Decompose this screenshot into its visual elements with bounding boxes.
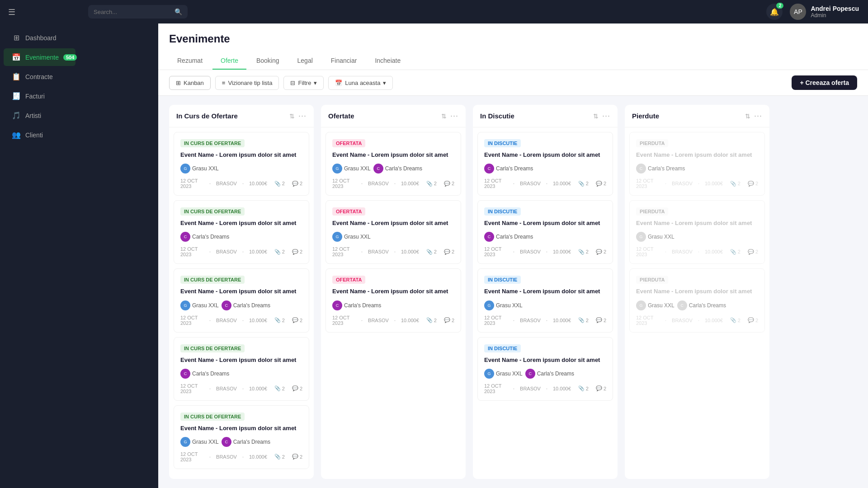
table-row[interactable]: IN CURS DE OFERTARE Event Name - Lorem i…: [174, 200, 309, 264]
sidebar-item-label: Artisti: [25, 112, 41, 119]
sidebar-item-dashboard[interactable]: ⊞ Dashboard: [4, 29, 75, 47]
sidebar-item-evenimente[interactable]: 📅 Evenimente 504: [4, 48, 75, 66]
artist-name: Grasu XXL: [648, 234, 675, 240]
tab-legal[interactable]: Legal: [289, 52, 321, 70]
table-row[interactable]: IN CURS DE OFERTARE Event Name - Lorem i…: [174, 337, 309, 401]
tab-booking[interactable]: Booking: [248, 52, 288, 70]
attachments-count: 📎 2: [730, 249, 741, 255]
tab-financiar[interactable]: Financiar: [323, 52, 365, 70]
sort-icon[interactable]: ⇅: [593, 113, 599, 120]
sort-icon[interactable]: ⇅: [745, 113, 750, 120]
table-row[interactable]: PIERDUTA Event Name - Lorem ipsum dolor …: [629, 268, 765, 332]
table-row[interactable]: OFERTATA Event Name - Lorem ipsum dolor …: [326, 268, 461, 332]
kanban-button[interactable]: ⊞ Kanban: [169, 76, 211, 90]
sidebar-item-artisti[interactable]: 🎵 Artisti: [4, 107, 75, 124]
create-offer-button[interactable]: + Creeaza oferta: [792, 75, 857, 90]
month-button[interactable]: 📅 Luna aceasta ▾: [328, 76, 393, 90]
tab-incheiate[interactable]: Incheiate: [367, 52, 409, 70]
footer-sep: ·: [209, 454, 211, 460]
table-row[interactable]: IN DISCUTIE Event Name - Lorem ipsum dol…: [477, 132, 613, 196]
footer-sep: ·: [209, 318, 211, 323]
card-price: 10.000€: [249, 454, 267, 460]
sort-icon[interactable]: ⇅: [441, 113, 447, 120]
card-artists: C Carla's Dreams: [332, 300, 454, 310]
more-icon[interactable]: ···: [602, 111, 610, 121]
user-info[interactable]: AP Andrei Popescu Admin: [790, 4, 859, 20]
attachments-count: 📎 2: [426, 181, 437, 187]
topbar: 🔍 🔔 2 AP Andrei Popescu Admin: [79, 0, 868, 23]
artist-name: Carla's Dreams: [233, 439, 270, 445]
sort-icon[interactable]: ⇅: [289, 113, 295, 120]
tab-rezumat[interactable]: Rezumat: [169, 52, 211, 70]
paperclip-icon: 📎: [274, 454, 281, 460]
card-footer: 12 OCT 2023 · BRASOV · 10.000€ 📎 2 💬 2: [636, 246, 758, 257]
table-row[interactable]: IN CURS DE OFERTARE Event Name - Lorem i…: [174, 268, 309, 332]
card-date: 12 OCT 2023: [636, 315, 660, 326]
card-location: BRASOV: [216, 181, 237, 186]
sidebar-item-clienti[interactable]: 👥 Clienti: [4, 126, 75, 144]
table-row[interactable]: IN DISCUTIE Event Name - Lorem ipsum dol…: [477, 268, 613, 332]
card-date: 12 OCT 2023: [484, 383, 508, 394]
comments-count: 💬 2: [444, 317, 454, 323]
status-badge: PIERDUTA: [636, 139, 668, 147]
artist-name: Carla's Dreams: [344, 302, 381, 309]
artist-name: Grasu XXL: [344, 165, 371, 172]
table-row[interactable]: PIERDUTA Event Name - Lorem ipsum dolor …: [629, 200, 765, 264]
clienti-icon: 👥: [12, 131, 21, 139]
search-input[interactable]: [94, 9, 171, 15]
attachments-count: 📎 2: [578, 385, 589, 391]
footer-sep: ·: [698, 249, 699, 254]
card-date: 12 OCT 2023: [332, 315, 356, 326]
more-icon[interactable]: ···: [450, 111, 458, 121]
sidebar-header: ☰: [0, 0, 79, 24]
card-date: 12 OCT 2023: [636, 246, 660, 257]
column-ofertate: Ofertate ⇅ ··· OFERTATA Event Name - Lor…: [321, 105, 466, 479]
hamburger-icon[interactable]: ☰: [8, 7, 15, 17]
chevron-down-icon: ▾: [314, 80, 317, 86]
table-row[interactable]: IN CURS DE OFERTARE Event Name - Lorem i…: [174, 405, 309, 469]
table-row[interactable]: OFERTATA Event Name - Lorem ipsum dolor …: [326, 132, 461, 196]
attachments-count: 📎 2: [578, 249, 589, 255]
card-title: Event Name - Lorem ipsum dolor sit amet: [484, 287, 606, 296]
card-location: BRASOV: [672, 249, 693, 254]
paperclip-icon: 📎: [730, 317, 736, 323]
card-title: Event Name - Lorem ipsum dolor sit amet: [332, 219, 454, 227]
status-badge: PIERDUTA: [636, 276, 668, 284]
tab-oferte[interactable]: Oferte: [212, 52, 246, 70]
table-row[interactable]: IN CURS DE OFERTARE Event Name - Lorem i…: [174, 132, 309, 196]
table-row[interactable]: IN DISCUTIE Event Name - Lorem ipsum dol…: [477, 337, 613, 401]
card-title: Event Name - Lorem ipsum dolor sit amet: [180, 356, 302, 364]
sidebar-item-facturi[interactable]: 🧾 Facturi: [4, 87, 75, 105]
card-footer: 12 OCT 2023 · BRASOV · 10.000€ 📎 2 💬 2: [332, 178, 454, 189]
comments-count: 💬 2: [292, 181, 302, 187]
search-box[interactable]: 🔍: [88, 5, 188, 19]
card-title: Event Name - Lorem ipsum dolor sit amet: [332, 287, 454, 296]
toolbar: ⊞ Kanban ≡ Vizionare tip lista ⊟ Filtre …: [158, 70, 868, 96]
card-price: 10.000€: [705, 318, 723, 323]
status-badge: OFERTATA: [332, 207, 365, 216]
more-icon[interactable]: ···: [754, 111, 762, 121]
comment-icon: 💬: [748, 249, 754, 255]
filter-label: Filtre: [298, 80, 311, 86]
table-row[interactable]: IN DISCUTIE Event Name - Lorem ipsum dol…: [477, 200, 613, 264]
footer-sep: ·: [546, 249, 547, 254]
comments-count: 💬 2: [748, 249, 758, 255]
table-row[interactable]: PIERDUTA Event Name - Lorem ipsum dolor …: [629, 132, 765, 196]
status-badge: IN DISCUTIE: [484, 344, 521, 352]
sidebar-item-contracte[interactable]: 📋 Contracte: [4, 68, 75, 85]
table-row[interactable]: OFERTATA Event Name - Lorem ipsum dolor …: [326, 200, 461, 264]
notification-button[interactable]: 🔔 2: [766, 4, 783, 20]
list-view-button[interactable]: ≡ Vizionare tip lista: [215, 76, 279, 90]
status-badge: IN CURS DE OFERTARE: [180, 344, 245, 352]
card-price: 10.000€: [401, 249, 419, 254]
more-icon[interactable]: ···: [298, 111, 307, 121]
card-price: 10.000€: [249, 249, 267, 254]
filter-button[interactable]: ⊟ Filtre ▾: [283, 76, 324, 90]
attachments-count: 📎 2: [274, 385, 285, 391]
comment-icon: 💬: [444, 249, 450, 255]
footer-sep: ·: [242, 318, 244, 323]
card-title: Event Name - Lorem ipsum dolor sit amet: [636, 219, 758, 227]
comments-count: 💬 2: [444, 249, 454, 255]
card-price: 10.000€: [553, 181, 571, 186]
sidebar-nav: ⊞ Dashboard 📅 Evenimente 504 📋 Contracte…: [0, 24, 79, 148]
